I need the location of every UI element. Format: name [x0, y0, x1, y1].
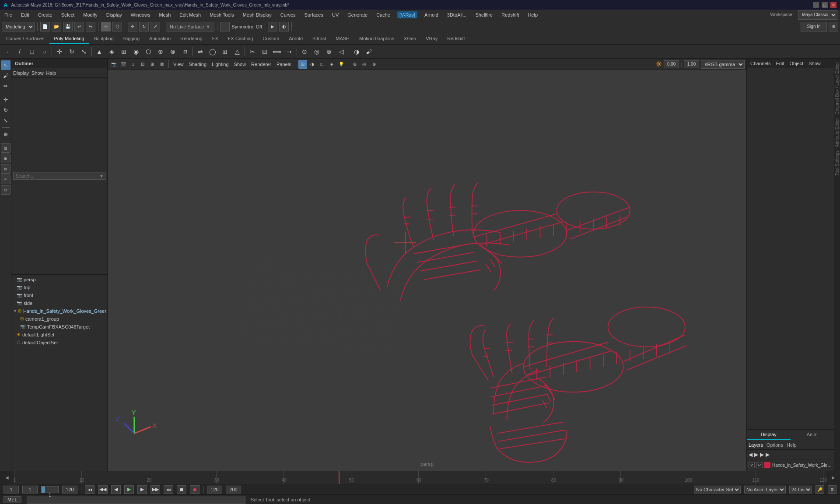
layers-subtab[interactable]: Layers [749, 442, 763, 448]
fill-hole-icon[interactable]: ⬡ [143, 46, 154, 57]
outliner-item-default-light-set[interactable]: ☀ defaultLightSet [11, 331, 107, 339]
outliner-item-top[interactable]: 📷 top [11, 284, 107, 291]
timeline-left-control[interactable]: ◀ [0, 475, 14, 480]
prev-key-btn[interactable]: ◀◀ [98, 485, 108, 494]
go-end-btn[interactable]: ⏭ [164, 485, 173, 494]
scale-tool-button[interactable]: ⤢ [150, 22, 160, 32]
layer-remove-btn[interactable]: ▶ [760, 452, 764, 458]
select-tool-left[interactable]: ↖ [1, 60, 10, 70]
sculpt-tool-left[interactable]: ✏ [1, 81, 10, 91]
vp-extra-1[interactable]: ⊕ [350, 60, 359, 69]
menu-vray[interactable]: [V-Ray] [397, 11, 417, 18]
slide-icon[interactable]: ⇢ [284, 46, 295, 57]
vp-filmcam-icon[interactable]: 🎬 [119, 60, 128, 69]
tab-bifrost[interactable]: Bifrost [308, 34, 330, 44]
rotate-tool-button[interactable]: ↻ [139, 22, 149, 32]
next-frame-btn[interactable]: ▶ [137, 485, 147, 494]
prev-frame-btn[interactable]: ◀ [111, 485, 121, 494]
menu-edit-mesh[interactable]: Edit Mesh [178, 11, 203, 18]
tab-mash[interactable]: MASH [331, 34, 354, 44]
vp-camera-icon[interactable]: 📷 [109, 60, 118, 69]
rotate-tool-left[interactable]: ↻ [1, 105, 10, 115]
anim-layer-select[interactable]: No Anim Layer [744, 486, 786, 494]
stop-btn[interactable]: ⏹ [177, 485, 186, 494]
viewport-inner[interactable]: X Y Z persp [108, 70, 746, 471]
scale-tool-left[interactable]: ⤡ [1, 116, 10, 126]
character-set-select[interactable]: No Character Set [694, 486, 741, 494]
ipr-button[interactable]: ◐ [279, 22, 289, 32]
menu-surfaces[interactable]: Surfaces [303, 11, 325, 18]
paint-tool-left[interactable]: 🖌 [1, 71, 10, 80]
symmetry-toggle[interactable] [220, 22, 230, 32]
poke-icon[interactable]: ⊛ [323, 46, 335, 57]
menu-select[interactable]: Select [60, 11, 77, 18]
close-button[interactable]: ✕ [830, 2, 836, 8]
save-button[interactable]: 💾 [63, 22, 73, 32]
move-icon-btn[interactable]: ✛ [54, 46, 65, 57]
renderer-menu-btn[interactable]: Renderer [249, 61, 273, 68]
texture-mode-btn[interactable]: ◈ [327, 60, 336, 69]
vp-frame-icon[interactable]: ⊞ [148, 60, 157, 69]
vp-grid-icon[interactable]: ⊠ [158, 60, 166, 69]
menu-3dtoall[interactable]: 3DtoAll... [445, 11, 469, 18]
outliner-help-menu[interactable]: Help [46, 70, 56, 76]
insertloop-icon[interactable]: ⊟ [259, 46, 270, 57]
flat-shade-btn[interactable]: □ [318, 60, 326, 69]
tab-rigging[interactable]: Rigging [119, 34, 144, 44]
auto-key-btn[interactable]: 🔑 [816, 485, 824, 494]
anim-tab[interactable]: Anim [791, 430, 834, 440]
minimize-button[interactable]: ─ [813, 2, 819, 8]
outliner-item-camera1-group[interactable]: ⊞ camera1_group [11, 315, 107, 323]
edge-select-icon[interactable]: / [14, 46, 25, 57]
new-scene-button[interactable]: 📄 [40, 22, 50, 32]
merge-icon[interactable]: ◉ [130, 46, 142, 57]
redo-button[interactable]: ↪ [86, 22, 95, 32]
menu-cache[interactable]: Cache [374, 11, 392, 18]
tab-sculpting[interactable]: Sculpting [90, 34, 118, 44]
bridge-icon[interactable]: ⊞ [118, 46, 130, 57]
menu-help[interactable]: Help [526, 11, 540, 18]
outliner-display-menu[interactable]: Display [13, 70, 29, 76]
preferences-btn[interactable]: ⚙ [828, 485, 836, 494]
outliner-item-persp[interactable]: 📷 persp [11, 276, 107, 284]
tab-arnold[interactable]: Arnold [284, 34, 307, 44]
range-end-input[interactable] [62, 486, 77, 494]
menu-file[interactable]: File [3, 11, 14, 18]
menu-arnold[interactable]: Arnold [423, 11, 440, 18]
menu-windows[interactable]: Windows [129, 11, 152, 18]
panels-menu-btn[interactable]: Panels [274, 61, 294, 68]
move-tool-left[interactable]: ✛ [1, 95, 10, 105]
smooth-icon[interactable]: ◯ [207, 46, 218, 57]
layer-options-btn[interactable]: ▶ [766, 452, 770, 458]
tab-curves-surfaces[interactable]: Curves / Surfaces [2, 34, 49, 44]
menu-modify[interactable]: Modify [81, 11, 99, 18]
left-group-1[interactable]: ▨ [1, 143, 10, 153]
no-live-surface-label[interactable]: No Live Surface ▼ [166, 22, 214, 32]
menu-edit[interactable]: Edit [19, 11, 31, 18]
scale-icon-btn[interactable]: ⤡ [78, 46, 90, 57]
bevel-icon[interactable]: ◈ [106, 46, 117, 57]
offset-edge-icon[interactable]: ⟺ [271, 46, 283, 57]
layer-vis-p[interactable]: P [756, 462, 763, 468]
tab-fx[interactable]: FX [208, 34, 223, 44]
next-key-btn[interactable]: ▶▶ [150, 485, 160, 494]
help-subtab[interactable]: Help [787, 442, 797, 448]
display-tab[interactable]: Display [747, 430, 791, 440]
layer-prev-btn[interactable]: ◀ [749, 452, 752, 458]
record-btn[interactable]: ⏺ [190, 485, 200, 494]
weld-icon[interactable]: ◎ [311, 46, 322, 57]
select-tool-button[interactable]: ⊹ [101, 22, 111, 32]
outliner-show-menu[interactable]: Show [32, 70, 44, 76]
tab-custom[interactable]: Custom [258, 34, 284, 44]
menu-create[interactable]: Create [36, 11, 54, 18]
lighting-menu-btn[interactable]: Lighting [210, 61, 231, 68]
subdivide-icon[interactable]: ⊞ [219, 46, 231, 57]
outliner-item-hands-group[interactable]: ▼ ⊞ Hands_in_Safety_Work_Gloves_Greer [11, 307, 107, 315]
vp-zoom-icon[interactable]: ⊡ [138, 60, 147, 69]
mel-label[interactable]: MEL [4, 496, 21, 503]
combine-icon[interactable]: ⊕ [155, 46, 166, 57]
play-btn[interactable]: ▶ [124, 485, 134, 494]
mode-select[interactable]: Modeling [2, 22, 35, 32]
outliner-item-front[interactable]: 📷 front [11, 291, 107, 299]
channels-tab-btn[interactable]: Channels [750, 61, 770, 66]
